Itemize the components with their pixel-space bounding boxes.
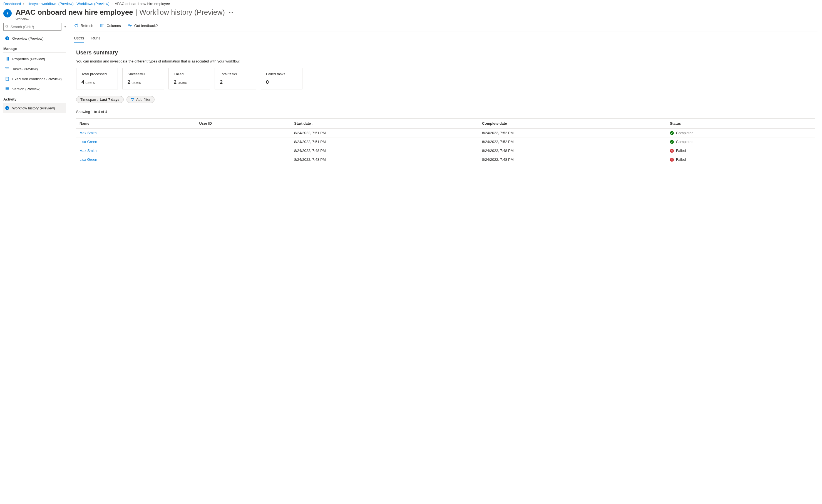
title-separator: | — [135, 8, 137, 17]
add-filter-button[interactable]: Add filter — [126, 96, 154, 103]
sidebar-item-overview[interactable]: Overview (Preview) — [3, 33, 66, 43]
sort-descending-icon: ↓ — [312, 122, 314, 126]
info-icon — [5, 36, 9, 41]
table-header[interactable]: Complete date — [479, 119, 667, 129]
feedback-icon — [127, 23, 132, 28]
cell-status: ✓ Completed — [667, 129, 815, 137]
command-bar: Refresh Columns Got feedback? — [74, 23, 818, 31]
user-link[interactable]: Lisa Green — [79, 140, 97, 144]
columns-button[interactable]: Columns — [100, 23, 121, 28]
cell-status: ✓ Completed — [667, 137, 815, 146]
sidebar-item-label: Tasks (Preview) — [12, 67, 38, 71]
summary-card[interactable]: Failed 2users — [168, 68, 210, 89]
success-icon: ✓ — [670, 131, 674, 135]
cell-name: Max Smith — [76, 146, 196, 155]
results-count: Showing 1 to 4 of 4 — [76, 110, 815, 114]
stack-icon — [5, 87, 9, 91]
search-input-wrapper[interactable] — [3, 23, 61, 31]
table-header[interactable]: Start date↓ — [291, 119, 479, 129]
tabs: Users Runs — [74, 34, 818, 43]
cell-status: ✕ Failed — [667, 146, 815, 155]
card-label: Failed tasks — [266, 72, 297, 76]
page-title-bold: APAC onboard new hire employee — [16, 8, 133, 17]
card-value: 2 — [220, 79, 251, 85]
table-row: Max Smith 8/24/2022, 7:48 PM 8/24/2022, … — [76, 146, 815, 155]
user-link[interactable]: Max Smith — [79, 149, 96, 153]
timespan-filter-pill[interactable]: Timespan : Last 7 days — [76, 96, 124, 103]
page-header: i APAC onboard new hire employee | Workf… — [0, 8, 822, 23]
feedback-label: Got feedback? — [134, 24, 158, 28]
cell-complete: 8/24/2022, 7:52 PM — [479, 129, 667, 137]
checklist-icon — [5, 67, 9, 71]
sidebar-group-activity: Activity — [3, 94, 66, 103]
cell-complete: 8/24/2022, 7:48 PM — [479, 146, 667, 155]
table-row: Lisa Green 8/24/2022, 7:51 PM 8/24/2022,… — [76, 137, 815, 146]
main-content: Refresh Columns Got feedback? Users Runs… — [69, 23, 822, 164]
summary-card[interactable]: Total tasks 2 — [215, 68, 256, 89]
table-row: Max Smith 8/24/2022, 7:51 PM 8/24/2022, … — [76, 129, 815, 137]
sidebar-item-execution-conditions[interactable]: Execution conditions (Preview) — [3, 74, 66, 84]
section-description: You can monitor and investigate the diff… — [76, 59, 815, 63]
summary-card[interactable]: Successful 2users — [122, 68, 164, 89]
sidebar-item-version[interactable]: Version (Preview) — [3, 84, 66, 94]
cell-start: 8/24/2022, 7:51 PM — [291, 129, 479, 137]
status-text: Completed — [676, 131, 694, 135]
collapse-sidebar-button[interactable]: « — [64, 25, 66, 29]
search-input[interactable] — [11, 25, 60, 29]
cell-start: 8/24/2022, 7:48 PM — [291, 146, 479, 155]
success-icon: ✓ — [670, 140, 674, 144]
cell-userid — [196, 137, 291, 146]
table-header[interactable]: Name — [76, 119, 196, 129]
filter-bar: Timespan : Last 7 days Add filter — [76, 96, 815, 103]
breadcrumb-link-1[interactable]: Lifecycle workflows (Preview) | Workflow… — [26, 2, 109, 6]
cell-userid — [196, 146, 291, 155]
tab-users[interactable]: Users — [74, 34, 84, 43]
sidebar-item-tasks[interactable]: Tasks (Preview) — [3, 64, 66, 74]
card-label: Failed — [174, 72, 205, 76]
columns-icon — [100, 23, 104, 28]
card-value: 2users — [174, 79, 205, 85]
info-icon — [5, 106, 9, 110]
cell-status: ✕ Failed — [667, 155, 815, 164]
columns-label: Columns — [107, 24, 121, 28]
users-table: NameUser IDStart date↓Complete dateStatu… — [76, 118, 815, 164]
tab-runs[interactable]: Runs — [91, 34, 101, 43]
table-row: Lisa Green 8/24/2022, 7:48 PM 8/24/2022,… — [76, 155, 815, 164]
add-filter-label: Add filter — [136, 97, 150, 102]
summary-card[interactable]: Total processed 4users — [76, 68, 118, 89]
cell-start: 8/24/2022, 7:48 PM — [291, 155, 479, 164]
card-label: Total processed — [81, 72, 112, 76]
sliders-icon — [5, 57, 9, 61]
cell-userid — [196, 155, 291, 164]
error-icon: ✕ — [670, 149, 674, 153]
section-heading: Users summary — [76, 49, 815, 56]
user-link[interactable]: Max Smith — [79, 131, 96, 135]
sidebar-item-label: Version (Preview) — [12, 87, 41, 91]
cell-start: 8/24/2022, 7:51 PM — [291, 137, 479, 146]
cell-userid — [196, 129, 291, 137]
page-subtitle: Workflow — [16, 17, 819, 21]
refresh-button[interactable]: Refresh — [74, 23, 93, 28]
breadcrumb-link-0[interactable]: Dashboard — [3, 2, 21, 6]
more-actions-button[interactable]: ⋯ — [229, 10, 233, 15]
chevron-right-icon: › — [23, 2, 24, 5]
page-title-light: Workflow history (Preview) — [139, 8, 225, 17]
summary-card[interactable]: Failed tasks 0 — [261, 68, 303, 89]
chevron-right-icon: › — [112, 2, 112, 5]
status-text: Failed — [676, 157, 686, 162]
card-value: 0 — [266, 79, 297, 85]
feedback-button[interactable]: Got feedback? — [127, 23, 158, 28]
card-label: Successful — [127, 72, 159, 76]
breadcrumb-current: APAC onboard new hire employee — [115, 2, 170, 6]
sidebar-item-label: Workflow history (Preview) — [12, 106, 55, 110]
user-link[interactable]: Lisa Green — [79, 157, 97, 162]
table-header[interactable]: Status — [667, 119, 815, 129]
refresh-icon — [74, 23, 78, 28]
card-value: 2users — [127, 79, 159, 85]
sidebar-item-workflow-history[interactable]: Workflow history (Preview) — [3, 103, 66, 113]
table-header[interactable]: User ID — [196, 119, 291, 129]
status-text: Completed — [676, 140, 694, 144]
summary-cards: Total processed 4usersSuccessful 2usersF… — [76, 68, 815, 89]
sidebar-item-label: Execution conditions (Preview) — [12, 77, 62, 81]
sidebar-item-properties[interactable]: Properties (Preview) — [3, 54, 66, 64]
